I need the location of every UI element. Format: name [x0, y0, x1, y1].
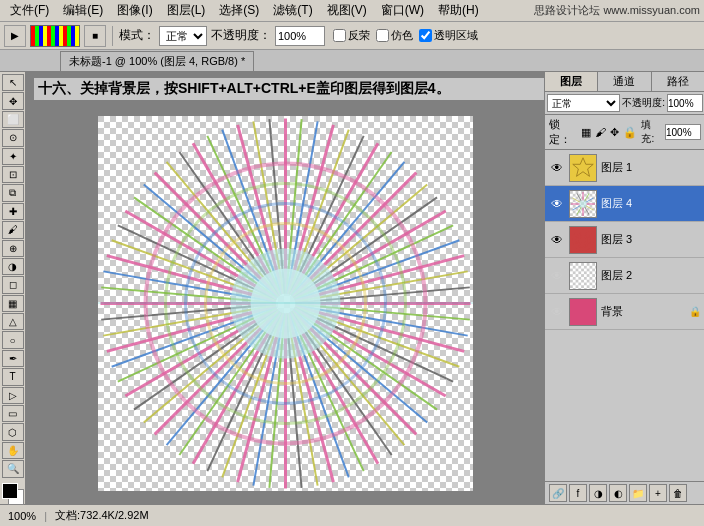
mode-label: 模式： [119, 27, 155, 44]
layer-1-name: 图层 1 [601, 160, 701, 175]
sunburst-graphic [98, 116, 473, 491]
mode-select[interactable]: 正常 [159, 26, 207, 46]
layer-3-visibility[interactable]: 👁 [549, 232, 565, 248]
checkbox-transparent[interactable]: 透明区域 [419, 28, 478, 43]
layer-1-thumb [569, 154, 597, 182]
blend-mode-select[interactable]: 正常 [547, 94, 620, 112]
lock-all-btn[interactable]: 🔒 [623, 126, 637, 139]
layer-adjustment-btn[interactable]: ◐ [609, 484, 627, 502]
svg-point-82 [250, 268, 320, 338]
tool-history[interactable]: ◑ [2, 258, 24, 275]
tab-channels[interactable]: 通道 [598, 72, 651, 91]
layer-style-btn[interactable]: f [569, 484, 587, 502]
tab-layers[interactable]: 图层 [545, 72, 598, 91]
checkbox-fanrong-input[interactable] [333, 29, 346, 42]
layer-delete-btn[interactable]: 🗑 [669, 484, 687, 502]
foreground-color-swatch[interactable] [2, 483, 18, 499]
checkbox-transparent-input[interactable] [419, 29, 432, 42]
tool-3d[interactable]: ⬡ [2, 423, 24, 440]
tool-heal[interactable]: ✚ [2, 203, 24, 220]
lock-pixels-btn[interactable]: 🖌 [595, 126, 606, 138]
tool-lasso[interactable]: ⊙ [2, 129, 24, 146]
toolbar-btn-3[interactable]: ■ [84, 25, 106, 47]
layer-4-visibility[interactable]: 👁 [549, 196, 565, 212]
tab-paths[interactable]: 路径 [652, 72, 704, 91]
layers-lock-row: 锁定： ▦ 🖌 ✥ 🔒 填充: [545, 115, 704, 150]
checkbox-fangse[interactable]: 仿色 [376, 28, 413, 43]
layer-item-2[interactable]: 👁 图层 2 [545, 258, 704, 294]
tool-magic-wand[interactable]: ✦ [2, 148, 24, 165]
zoom-level: 100% [8, 510, 36, 522]
lock-transparent-btn[interactable]: ▦ [581, 126, 591, 139]
layer-new-btn[interactable]: + [649, 484, 667, 502]
layer-3-thumb [569, 226, 597, 254]
color-swatches [2, 483, 24, 505]
tool-pen[interactable]: ✒ [2, 350, 24, 367]
svg-point-102 [579, 200, 586, 207]
tool-blur[interactable]: △ [2, 313, 24, 330]
toolbar-btn-2[interactable] [30, 25, 80, 47]
layer-item-bg[interactable]: 👁 背景 🔒 [545, 294, 704, 330]
layer-2-visibility[interactable]: 👁 [549, 268, 565, 284]
menu-image[interactable]: 图像(I) [111, 0, 158, 21]
tool-gradient[interactable]: ▦ [2, 295, 24, 312]
checkbox-fangse-input[interactable] [376, 29, 389, 42]
fill-input[interactable] [665, 124, 701, 140]
canvas-wrapper [98, 116, 473, 491]
opacity-input[interactable] [667, 94, 703, 112]
menu-help[interactable]: 帮助(H) [432, 0, 485, 21]
tool-move[interactable]: ✥ [2, 92, 24, 109]
layer-link-btn[interactable]: 🔗 [549, 484, 567, 502]
svg-rect-110 [570, 263, 596, 289]
layer-item-4[interactable]: 👁 [545, 186, 704, 222]
toolbox: ↖ ✥ ⬜ ⊙ ✦ ⊡ ⧉ ✚ 🖌 ⊕ ◑ ◻ ▦ △ ○ ✒ T ▷ ▭ ⬡ … [0, 72, 26, 504]
instruction-text: 十六、关掉背景层，按SHIFT+ALT+CTRL+E盖印图层得到图层4。 [34, 78, 544, 100]
menu-layer[interactable]: 图层(L) [161, 0, 212, 21]
menu-bar: 文件(F) 编辑(E) 图像(I) 图层(L) 选择(S) 滤镜(T) 视图(V… [0, 0, 704, 22]
layer-mask-btn[interactable]: ◑ [589, 484, 607, 502]
layer-group-btn[interactable]: 📁 [629, 484, 647, 502]
menu-window[interactable]: 窗口(W) [375, 0, 430, 21]
menu-edit[interactable]: 编辑(E) [57, 0, 109, 21]
canvas-tab[interactable]: 未标题-1 @ 100% (图层 4, RGB/8) * [60, 51, 254, 71]
menu-view[interactable]: 视图(V) [321, 0, 373, 21]
opacity-input[interactable] [275, 26, 325, 46]
layer-3-name: 图层 3 [601, 232, 701, 247]
tool-eraser[interactable]: ◻ [2, 276, 24, 293]
tool-crop[interactable]: ⊡ [2, 166, 24, 183]
layers-panel: 图层 通道 路径 正常 不透明度: 锁定： ▦ 🖌 ✥ 🔒 填充: [545, 72, 704, 504]
tool-marquee[interactable]: ⬜ [2, 111, 24, 128]
tool-slice[interactable]: ⧉ [2, 184, 24, 201]
tool-clone[interactable]: ⊕ [2, 240, 24, 257]
tool-path-select[interactable]: ▷ [2, 387, 24, 404]
layer-item-1[interactable]: 👁 图层 1 [545, 150, 704, 186]
tool-dodge[interactable]: ○ [2, 331, 24, 348]
fill-label: 填充: [641, 118, 661, 146]
lock-label: 锁定： [549, 117, 577, 147]
tool-zoom[interactable]: 🔍 [2, 460, 24, 477]
tool-brush[interactable]: 🖌 [2, 221, 24, 238]
layers-list: 👁 图层 1 👁 [545, 150, 704, 481]
menu-select[interactable]: 选择(S) [213, 0, 265, 21]
site-logo: 思路设计论坛 www.missyuan.com [534, 3, 700, 18]
tool-hand[interactable]: ✋ [2, 442, 24, 459]
layer-item-3[interactable]: 👁 图层 3 [545, 222, 704, 258]
opacity-label: 不透明度： [211, 27, 271, 44]
layer-1-visibility[interactable]: 👁 [549, 160, 565, 176]
checkbox-fanrong[interactable]: 反荣 [333, 28, 370, 43]
menu-filter[interactable]: 滤镜(T) [267, 0, 318, 21]
tool-shape[interactable]: ▭ [2, 405, 24, 422]
tool-arrow[interactable]: ↖ [2, 74, 24, 91]
toolbar-btn-1[interactable]: ▶ [4, 25, 26, 47]
tool-text[interactable]: T [2, 368, 24, 385]
opacity-label: 不透明度: [622, 96, 665, 110]
menu-file[interactable]: 文件(F) [4, 0, 55, 21]
layers-toolbar: 🔗 f ◑ ◐ 📁 + 🗑 [545, 481, 704, 504]
main-area: ↖ ✥ ⬜ ⊙ ✦ ⊡ ⧉ ✚ 🖌 ⊕ ◑ ◻ ▦ △ ○ ✒ T ▷ ▭ ⬡ … [0, 72, 704, 504]
right-panel: 图层 通道 路径 正常 不透明度: 锁定： ▦ 🖌 ✥ 🔒 填充: [544, 72, 704, 504]
lock-position-btn[interactable]: ✥ [610, 126, 619, 139]
bg-lock-icon: 🔒 [689, 306, 701, 317]
bg-visibility[interactable]: 👁 [549, 304, 565, 320]
svg-marker-84 [573, 157, 593, 176]
layer-4-thumb [569, 190, 597, 218]
